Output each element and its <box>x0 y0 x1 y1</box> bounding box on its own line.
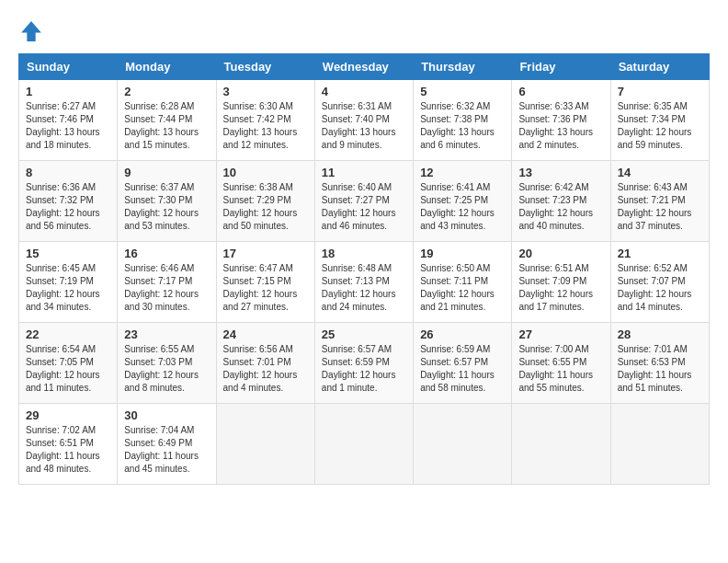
day-info: Sunrise: 6:46 AMSunset: 7:17 PMDaylight:… <box>124 263 199 312</box>
day-number: 26 <box>420 327 505 341</box>
day-info: Sunrise: 6:48 AMSunset: 7:13 PMDaylight:… <box>322 263 396 312</box>
day-info: Sunrise: 6:59 AMSunset: 6:57 PMDaylight:… <box>420 344 495 393</box>
calendar-cell: 9 Sunrise: 6:37 AMSunset: 7:30 PMDayligh… <box>118 161 216 242</box>
day-info: Sunrise: 6:52 AMSunset: 7:07 PMDaylight:… <box>618 263 692 312</box>
day-number: 12 <box>420 166 505 179</box>
calendar-cell: 12 Sunrise: 6:41 AMSunset: 7:25 PMDaylig… <box>414 161 512 242</box>
day-number: 21 <box>618 247 702 260</box>
day-number: 6 <box>518 85 603 98</box>
calendar-cell: 17 Sunrise: 6:47 AMSunset: 7:15 PMDaylig… <box>216 242 314 323</box>
day-number: 20 <box>518 247 603 260</box>
weekday-header-friday: Friday <box>512 54 610 80</box>
day-info: Sunrise: 7:01 AMSunset: 6:53 PMDaylight:… <box>618 344 692 393</box>
calendar-cell: 19 Sunrise: 6:50 AMSunset: 7:11 PMDaylig… <box>414 242 512 323</box>
day-number: 17 <box>223 247 308 260</box>
calendar-cell <box>216 404 314 485</box>
calendar-cell <box>512 404 610 485</box>
day-info: Sunrise: 6:38 AMSunset: 7:29 PMDaylight:… <box>223 182 298 231</box>
calendar-cell: 24 Sunrise: 6:56 AMSunset: 7:01 PMDaylig… <box>216 323 314 404</box>
day-number: 25 <box>322 327 406 341</box>
weekday-header-wednesday: Wednesday <box>314 54 413 80</box>
day-number: 22 <box>26 327 110 341</box>
day-info: Sunrise: 6:37 AMSunset: 7:30 PMDaylight:… <box>124 182 199 231</box>
calendar-cell: 23 Sunrise: 6:55 AMSunset: 7:03 PMDaylig… <box>118 323 216 404</box>
day-number: 14 <box>618 166 702 179</box>
weekday-header-monday: Monday <box>118 54 216 80</box>
calendar-cell: 1 Sunrise: 6:27 AMSunset: 7:46 PMDayligh… <box>19 80 118 161</box>
day-number: 4 <box>322 85 406 98</box>
day-info: Sunrise: 7:04 AMSunset: 6:49 PMDaylight:… <box>124 425 199 474</box>
calendar-cell: 15 Sunrise: 6:45 AMSunset: 7:19 PMDaylig… <box>19 242 118 323</box>
calendar-row: 1 Sunrise: 6:27 AMSunset: 7:46 PMDayligh… <box>19 80 710 161</box>
day-number: 19 <box>420 247 505 260</box>
weekday-header-saturday: Saturday <box>610 54 709 80</box>
day-number: 9 <box>124 166 209 179</box>
calendar-cell: 7 Sunrise: 6:35 AMSunset: 7:34 PMDayligh… <box>610 80 709 161</box>
day-number: 2 <box>124 85 209 98</box>
day-info: Sunrise: 6:42 AMSunset: 7:23 PMDaylight:… <box>518 182 593 231</box>
day-info: Sunrise: 6:51 AMSunset: 7:09 PMDaylight:… <box>518 263 593 312</box>
day-number: 30 <box>124 408 209 422</box>
day-number: 1 <box>26 85 110 98</box>
day-info: Sunrise: 7:02 AMSunset: 6:51 PMDaylight:… <box>26 425 100 474</box>
day-number: 5 <box>420 85 505 98</box>
day-info: Sunrise: 6:47 AMSunset: 7:15 PMDaylight:… <box>223 263 298 312</box>
calendar-cell: 11 Sunrise: 6:40 AMSunset: 7:27 PMDaylig… <box>314 161 413 242</box>
day-info: Sunrise: 6:43 AMSunset: 7:21 PMDaylight:… <box>618 182 692 231</box>
day-number: 28 <box>618 327 702 341</box>
day-info: Sunrise: 6:56 AMSunset: 7:01 PMDaylight:… <box>223 344 298 393</box>
calendar-cell: 20 Sunrise: 6:51 AMSunset: 7:09 PMDaylig… <box>512 242 610 323</box>
calendar-cell: 29 Sunrise: 7:02 AMSunset: 6:51 PMDaylig… <box>19 404 118 485</box>
day-info: Sunrise: 6:40 AMSunset: 7:27 PMDaylight:… <box>322 182 396 231</box>
logo <box>18 18 48 44</box>
day-info: Sunrise: 6:41 AMSunset: 7:25 PMDaylight:… <box>420 182 495 231</box>
day-number: 3 <box>223 85 308 98</box>
day-number: 18 <box>322 247 406 260</box>
calendar-row: 15 Sunrise: 6:45 AMSunset: 7:19 PMDaylig… <box>19 242 710 323</box>
day-number: 27 <box>518 327 603 341</box>
calendar-row: 8 Sunrise: 6:36 AMSunset: 7:32 PMDayligh… <box>19 161 710 242</box>
day-number: 29 <box>26 408 110 422</box>
day-info: Sunrise: 6:55 AMSunset: 7:03 PMDaylight:… <box>124 344 199 393</box>
weekday-header-sunday: Sunday <box>19 54 118 80</box>
calendar-cell: 22 Sunrise: 6:54 AMSunset: 7:05 PMDaylig… <box>19 323 118 404</box>
calendar-cell: 16 Sunrise: 6:46 AMSunset: 7:17 PMDaylig… <box>118 242 216 323</box>
calendar-cell: 3 Sunrise: 6:30 AMSunset: 7:42 PMDayligh… <box>216 80 314 161</box>
weekday-header-row: SundayMondayTuesdayWednesdayThursdayFrid… <box>19 54 710 80</box>
calendar-cell <box>314 404 413 485</box>
weekday-header-tuesday: Tuesday <box>216 54 314 80</box>
day-info: Sunrise: 6:33 AMSunset: 7:36 PMDaylight:… <box>518 101 593 150</box>
calendar-cell: 26 Sunrise: 6:59 AMSunset: 6:57 PMDaylig… <box>414 323 512 404</box>
calendar-cell: 10 Sunrise: 6:38 AMSunset: 7:29 PMDaylig… <box>216 161 314 242</box>
calendar-cell: 30 Sunrise: 7:04 AMSunset: 6:49 PMDaylig… <box>118 404 216 485</box>
calendar-cell: 2 Sunrise: 6:28 AMSunset: 7:44 PMDayligh… <box>118 80 216 161</box>
calendar-cell: 21 Sunrise: 6:52 AMSunset: 7:07 PMDaylig… <box>610 242 709 323</box>
calendar-cell: 14 Sunrise: 6:43 AMSunset: 7:21 PMDaylig… <box>610 161 709 242</box>
day-number: 23 <box>124 327 209 341</box>
day-info: Sunrise: 6:36 AMSunset: 7:32 PMDaylight:… <box>26 182 100 231</box>
calendar-cell <box>610 404 709 485</box>
day-number: 8 <box>26 166 110 179</box>
calendar-cell: 28 Sunrise: 7:01 AMSunset: 6:53 PMDaylig… <box>610 323 709 404</box>
calendar-cell: 27 Sunrise: 7:00 AMSunset: 6:55 PMDaylig… <box>512 323 610 404</box>
calendar: SundayMondayTuesdayWednesdayThursdayFrid… <box>18 53 710 485</box>
day-number: 11 <box>322 166 406 179</box>
day-number: 15 <box>26 247 110 260</box>
day-info: Sunrise: 6:35 AMSunset: 7:34 PMDaylight:… <box>618 101 692 150</box>
svg-marker-0 <box>21 21 41 41</box>
day-number: 13 <box>518 166 603 179</box>
day-info: Sunrise: 6:57 AMSunset: 6:59 PMDaylight:… <box>322 344 396 393</box>
calendar-cell: 8 Sunrise: 6:36 AMSunset: 7:32 PMDayligh… <box>19 161 118 242</box>
day-info: Sunrise: 6:28 AMSunset: 7:44 PMDaylight:… <box>124 101 199 150</box>
day-info: Sunrise: 6:31 AMSunset: 7:40 PMDaylight:… <box>322 101 396 150</box>
calendar-cell: 4 Sunrise: 6:31 AMSunset: 7:40 PMDayligh… <box>314 80 413 161</box>
header <box>18 18 710 44</box>
day-info: Sunrise: 6:50 AMSunset: 7:11 PMDaylight:… <box>420 263 495 312</box>
calendar-cell: 13 Sunrise: 6:42 AMSunset: 7:23 PMDaylig… <box>512 161 610 242</box>
day-info: Sunrise: 6:32 AMSunset: 7:38 PMDaylight:… <box>420 101 495 150</box>
day-info: Sunrise: 6:45 AMSunset: 7:19 PMDaylight:… <box>26 263 100 312</box>
day-info: Sunrise: 7:00 AMSunset: 6:55 PMDaylight:… <box>518 344 593 393</box>
calendar-cell: 25 Sunrise: 6:57 AMSunset: 6:59 PMDaylig… <box>314 323 413 404</box>
day-info: Sunrise: 6:27 AMSunset: 7:46 PMDaylight:… <box>26 101 100 150</box>
calendar-cell: 5 Sunrise: 6:32 AMSunset: 7:38 PMDayligh… <box>414 80 512 161</box>
